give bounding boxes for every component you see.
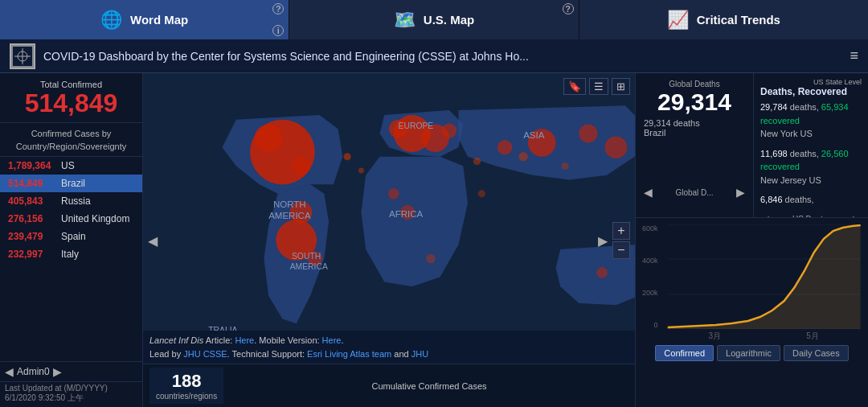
svg-point-25 (478, 190, 485, 197)
svg-point-9 (292, 157, 310, 175)
country-item-spain[interactable]: 239,479 Spain (0, 228, 142, 245)
esri-link[interactable]: Esri Living Atlas team (307, 349, 391, 359)
page-title: COVID-19 Dashboard by the Center for Sys… (43, 50, 841, 63)
state-name: New Jersey US (760, 175, 821, 185)
deaths-prev-button[interactable]: ◀ (644, 186, 653, 199)
info-text-lead: Lead by JHU CSSE. Technical Support: Esr… (149, 349, 428, 359)
list-button[interactable]: ☰ (589, 78, 608, 95)
nav-world-map[interactable]: 🌐 Word Map ? i (0, 0, 289, 39)
mobile-link[interactable]: Here (322, 335, 342, 345)
right-panel: Global Deaths 29,314 29,314 deaths Brazi… (635, 73, 868, 407)
x-label-may: 5月 (806, 331, 819, 342)
deaths-nav: ◀ Global D... ▶ (644, 138, 745, 199)
country-count: 514,849 (8, 178, 56, 189)
nav-us-help-icon[interactable]: ? (563, 3, 574, 14)
svg-point-20 (596, 267, 608, 278)
line-chart (666, 224, 862, 329)
total-confirmed-value: 514,849 (8, 89, 134, 117)
daily-cases-button[interactable]: Daily Cases (784, 345, 849, 361)
bookmark-button[interactable]: 🔖 (563, 78, 586, 95)
chart-wrapper: 600k 400k 200k 0 (642, 224, 862, 342)
deaths-next-button[interactable]: ▶ (736, 186, 745, 199)
svg-text:EUROPE: EUROPE (399, 121, 434, 130)
top-navigation: 🌐 Word Map ? i 🗺️ U.S. Map ? 📈 Critical … (0, 0, 868, 39)
map-nav-left-button[interactable]: ◀ (145, 229, 161, 251)
nav-info-icon[interactable]: i (272, 25, 284, 36)
countries-count: 188 (172, 371, 202, 392)
country-item-us[interactable]: 1,789,364 US (0, 157, 142, 175)
grid-button[interactable]: ⊞ (612, 78, 630, 95)
svg-point-18 (497, 140, 512, 154)
nav-critical-trends-label: Critical Trends (697, 13, 780, 27)
country-item-italy[interactable]: 232,997 Italy (0, 245, 142, 263)
y-label-600k: 600k (642, 224, 658, 232)
us-prev-button[interactable]: ◀ (760, 213, 769, 218)
admin-label: Admin0 (17, 366, 50, 377)
timestamp-section: Last Updated at (M/D/YYYY) 6/1/2020 9:32… (0, 381, 142, 407)
country-count: 1,789,364 (8, 160, 56, 171)
us-state-new-jersey: 11,698 deaths, 26,560 recovered New Jers… (760, 147, 862, 187)
y-label-200k: 200k (642, 289, 658, 297)
admin-next-button[interactable]: ▶ (53, 365, 62, 378)
map-bottom-label: Cumulative Confirmed Cases (230, 381, 628, 391)
jhu-link2[interactable]: JHU (411, 349, 428, 359)
deaths-count: 11,698 (760, 149, 788, 158)
svg-text:AUS: AUS (634, 252, 635, 261)
chart-y-axis: 600k 400k 200k 0 (642, 224, 660, 329)
recovered-label: recovered (760, 116, 800, 125)
chart-svg-container: 3月 5月 (666, 224, 862, 342)
admin-nav: ◀ Admin0 ▶ (5, 365, 62, 378)
svg-point-27 (426, 254, 436, 264)
us-panel-title: US State Level (760, 78, 862, 86)
global-deaths-label: Global Deaths (644, 80, 745, 88)
svg-text:ASIA: ASIA (523, 130, 545, 140)
map-toolbar: 🔖 ☰ ⊞ (563, 78, 630, 95)
nav-us-map[interactable]: 🗺️ U.S. Map ? (289, 0, 579, 39)
svg-point-24 (518, 152, 528, 162)
country-count: 405,843 (8, 195, 56, 207)
chart-area: 600k 400k 200k 0 (636, 218, 868, 407)
total-confirmed-section: Total Confirmed 514,849 (0, 73, 142, 123)
us-state-other: 6,846 deaths, (760, 193, 862, 207)
svg-point-17 (579, 124, 597, 142)
admin-prev-button[interactable]: ◀ (5, 365, 14, 378)
country-item-russia[interactable]: 405,843 Russia (0, 192, 142, 210)
map-nav-right-button[interactable]: ▶ (595, 229, 611, 251)
zoom-in-button[interactable]: + (612, 222, 630, 240)
country-item-brazil[interactable]: 514,849 Brazil (0, 175, 142, 192)
global-deaths-value: 29,314 (644, 88, 745, 115)
zoom-out-button[interactable]: − (612, 241, 630, 259)
svg-point-19 (605, 136, 628, 158)
us-map-icon: 🗺️ (394, 10, 416, 31)
svg-point-15 (388, 188, 399, 199)
us-nav-label: US Deat... (792, 215, 829, 217)
article-link[interactable]: Here (235, 335, 254, 345)
logarithmic-button[interactable]: Logarithmic (717, 345, 780, 361)
left-panel-bottom: ◀ Admin0 ▶ (0, 361, 142, 381)
svg-point-21 (344, 153, 351, 160)
nav-help-icon[interactable]: ? (272, 3, 284, 14)
country-name: United Kingdom (61, 213, 129, 224)
left-panel: Total Confirmed 514,849 Confirmed Cases … (0, 73, 143, 407)
chart-x-axis: 3月 5月 (666, 331, 862, 342)
timestamp-label: Last Updated at (M/D/YYYY) (5, 384, 137, 393)
logo (10, 43, 35, 69)
us-next-button[interactable]: ▶ (853, 213, 862, 218)
jhu-link[interactable]: JHU CSSE (183, 349, 227, 359)
deaths-detail: 29,314 deaths Brazil (644, 118, 745, 138)
country-count: 232,997 (8, 249, 56, 260)
country-name: Italy (61, 249, 79, 260)
recovered-count: 26,560 (821, 149, 849, 158)
confirmed-button[interactable]: Confirmed (655, 345, 714, 361)
country-name: Spain (61, 231, 86, 242)
svg-text:SOUTH: SOUTH (292, 252, 321, 261)
map-zoom-controls: + − (612, 222, 630, 259)
y-label-0: 0 (642, 321, 658, 329)
country-item-uk[interactable]: 276,156 United Kingdom (0, 210, 142, 228)
title-bar: COVID-19 Dashboard by the Center for Sys… (0, 39, 868, 73)
main-layout: Total Confirmed 514,849 Confirmed Cases … (0, 73, 868, 407)
recovered-count: 65,934 (821, 102, 849, 112)
global-deaths-panel: Global Deaths 29,314 29,314 deaths Brazi… (636, 73, 754, 217)
menu-button[interactable]: ≡ (850, 47, 858, 64)
nav-critical-trends[interactable]: 📈 Critical Trends (579, 0, 868, 39)
